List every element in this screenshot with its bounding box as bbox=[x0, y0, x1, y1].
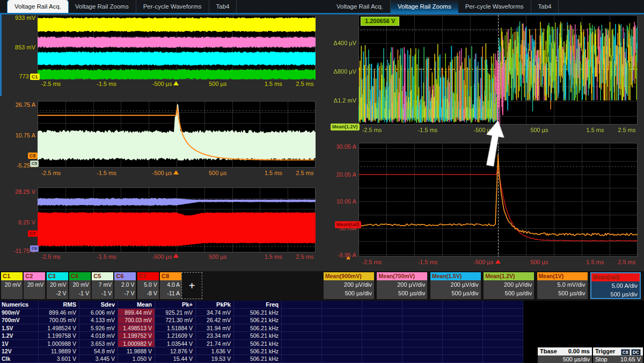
trigger-position-marker[interactable] bbox=[495, 259, 501, 264]
measurement-name: 900mV bbox=[0, 309, 39, 316]
pk-plus-value: 721.30 mV bbox=[155, 316, 196, 324]
mean-rail-marker-badge[interactable]: Mean(rail) bbox=[335, 221, 361, 228]
empty-cell bbox=[282, 347, 322, 355]
empty-cell bbox=[443, 316, 483, 324]
tab-label: Voltage Rail Zooms bbox=[75, 3, 129, 10]
time-tick-label: -1.5 ms bbox=[418, 127, 438, 133]
zoom-descriptor-label: Mean(rail) bbox=[593, 274, 620, 280]
freq-value: 506.21 kHz bbox=[234, 309, 282, 316]
channel-descriptor[interactable]: C2 20 mV bbox=[24, 272, 45, 299]
trigger-position-marker[interactable] bbox=[173, 253, 179, 258]
channel-descriptor[interactable]: C8 4.0 A -11 A bbox=[160, 272, 181, 299]
add-channel-button[interactable]: + bbox=[181, 272, 202, 299]
time-tick-label: -2.5 ms bbox=[41, 253, 61, 260]
tab-per-cycle-waveforms-left[interactable]: Per-cycle Waveforms bbox=[136, 0, 209, 13]
tab-tab4-left[interactable]: Tab4 bbox=[209, 0, 237, 13]
zoom-descriptor[interactable]: Mean(1.2V) 200 µV/div 500 µs/div bbox=[484, 272, 534, 299]
channel-descriptor[interactable]: C7 5.0 V -8 V bbox=[137, 272, 159, 299]
plot-load-current[interactable] bbox=[38, 101, 316, 168]
channel-offset: -8 V bbox=[137, 289, 159, 297]
zoom-descriptor[interactable]: Mean(1.5V) 200 µV/div 500 µs/div bbox=[430, 272, 481, 299]
zoom-descriptor[interactable]: Mean(700mV) 200 µV/div 500 µs/div bbox=[377, 272, 427, 299]
numerics-rows: 900mV 899.46 mV 6.006 mV 899.44 mV 925.2… bbox=[0, 309, 523, 363]
time-tick-label: 500 µs bbox=[530, 127, 548, 133]
pkpk-value: 19.53 V bbox=[196, 355, 234, 362]
channel-id: C2 bbox=[25, 273, 33, 279]
empty-cell bbox=[282, 332, 322, 339]
time-tick-label: -500 µs bbox=[152, 170, 172, 176]
tab-voltage-rail-zooms-left[interactable]: Voltage Rail Zooms bbox=[68, 0, 136, 13]
zoom-descriptor-header: Mean(1.2V) bbox=[484, 272, 534, 280]
freq-value: 506.21 kHz bbox=[234, 332, 282, 339]
pkpk-value: 23.34 mV bbox=[196, 332, 234, 339]
empty-cell bbox=[402, 340, 443, 347]
axis-label: Δ800 µV bbox=[321, 68, 356, 75]
channel-offset: -1 V bbox=[69, 289, 91, 297]
plot-zoom-rail-means[interactable] bbox=[358, 15, 638, 125]
empty-cell bbox=[362, 316, 402, 324]
time-tick-label: 1.5 ms bbox=[265, 81, 282, 87]
zoom-descriptor-label: Mean(900mV) bbox=[325, 273, 362, 279]
axis-label: 933 mV bbox=[0, 14, 35, 21]
trigger-level-marker[interactable] bbox=[346, 256, 350, 259]
channel-descriptor[interactable]: C5 7 mV -1 V bbox=[92, 272, 113, 299]
pk-plus-value: 1.03544 V bbox=[155, 340, 196, 347]
channel-descriptor[interactable]: C6 2.0 V -7 V bbox=[114, 272, 136, 299]
timebase-div: 500 µs/div bbox=[563, 355, 590, 363]
zoom-descriptor-header: Mean(900mV) bbox=[324, 272, 374, 280]
channel-c6-badge[interactable]: C6 bbox=[30, 245, 39, 252]
plot-voltage-rails-acq[interactable] bbox=[38, 15, 316, 79]
trigger-body: Stop 10.65 V bbox=[593, 355, 643, 363]
channel-header: C6 bbox=[114, 272, 136, 280]
channel-descriptor[interactable]: C1 20 mV bbox=[1, 272, 23, 299]
channel-c5-badge[interactable]: C5 bbox=[30, 161, 39, 167]
channel-id: C3 bbox=[48, 273, 56, 279]
tab-tab4-right[interactable]: Tab4 bbox=[531, 0, 559, 13]
timebase-label: Tbase bbox=[540, 347, 557, 355]
rms-value: 700.05 mV bbox=[39, 316, 79, 324]
plot-supply-voltages[interactable] bbox=[38, 187, 316, 252]
col-header: Pk+ bbox=[155, 301, 196, 309]
zoom-descriptor[interactable]: Mean(rail) 5.00 A/div 500 µs/div bbox=[590, 272, 641, 299]
zoom-descriptor[interactable]: Mean(900mV) 200 µV/div 500 µs/div bbox=[324, 272, 374, 299]
channel-offset bbox=[1, 289, 23, 297]
mean-value: 1.050 V bbox=[118, 355, 155, 362]
channel-offset: -1 V bbox=[92, 289, 113, 297]
tab-label: Per-cycle Waveforms bbox=[465, 3, 524, 10]
empty-cell bbox=[402, 347, 443, 355]
tab-per-cycle-waveforms-right[interactable]: Per-cycle Waveforms bbox=[458, 0, 531, 13]
timebase-box[interactable]: Tbase 0.00 ms 500 µs/div bbox=[538, 347, 592, 363]
time-tick-label: 2.5 ms bbox=[296, 81, 313, 87]
channel-c1-badge[interactable]: C1 bbox=[30, 74, 40, 80]
zoom-descriptor-header: Mean(1.5V) bbox=[430, 272, 481, 280]
trigger-box[interactable]: Trigger C8DC Stop 10.65 V bbox=[593, 347, 643, 363]
trigger-position-marker[interactable] bbox=[173, 81, 179, 85]
channel-offset: -7 V bbox=[114, 289, 136, 297]
panel-selection-indicator bbox=[0, 14, 2, 96]
empty-cell bbox=[402, 309, 443, 316]
zoom-descriptor[interactable]: Mean(1V) 5.0 mV/div 500 µs/div bbox=[537, 272, 588, 299]
empty-cell bbox=[322, 347, 362, 355]
zoom-vertical-scale: 200 µV/div bbox=[377, 280, 427, 289]
mean-1v2-marker-badge[interactable]: Mean(1.2V) bbox=[331, 124, 360, 130]
pkpk-value: 1.636 V bbox=[196, 347, 234, 355]
channel-c8-badge[interactable]: C8 bbox=[28, 153, 38, 159]
tab-voltage-rail-zooms-right[interactable]: Voltage Rail Zooms bbox=[391, 0, 458, 13]
zoom-horizontal-scale: 500 µs/div bbox=[484, 289, 534, 297]
sdev-value: 4.133 mV bbox=[79, 316, 118, 324]
tab-voltage-rail-acq-left[interactable]: Voltage Rail Acq. bbox=[8, 0, 68, 13]
channel-descriptor[interactable]: C3 20 mV -2 V bbox=[47, 272, 68, 299]
rms-value: 11.9889 V bbox=[39, 347, 79, 355]
channel-descriptor[interactable]: C4 20 mV -1 V bbox=[69, 272, 91, 299]
channel-id: C4 bbox=[71, 273, 78, 279]
time-tick-label: 500 µs bbox=[209, 81, 226, 87]
mean-value: 11.9888 V bbox=[118, 347, 155, 355]
channel-c7-badge[interactable]: C7 bbox=[28, 230, 38, 237]
empty-cell bbox=[322, 324, 362, 332]
trigger-position-marker[interactable] bbox=[173, 170, 179, 175]
tab-voltage-rail-acq-right[interactable]: Voltage Rail Acq. bbox=[330, 0, 391, 13]
zoom-horizontal-scale: 500 µs/div bbox=[591, 290, 640, 299]
channel-scale: 20 mV bbox=[69, 280, 91, 289]
time-tick-label: 500 µs bbox=[209, 170, 226, 176]
time-tick-label: -1.5 ms bbox=[97, 81, 116, 87]
